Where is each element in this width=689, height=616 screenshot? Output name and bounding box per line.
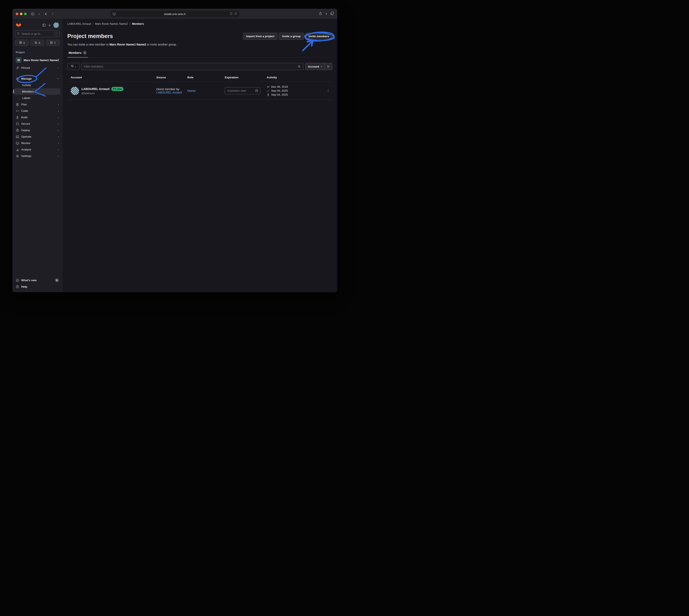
filter-history-dropdown[interactable]: ▼ xyxy=(67,63,80,70)
breadcrumb-separator: / xyxy=(93,22,93,25)
role-link[interactable]: Owner xyxy=(187,89,196,92)
page-settings-icon[interactable] xyxy=(112,12,116,16)
chevron-down-icon: › xyxy=(57,78,60,79)
todo-check-icon xyxy=(50,41,53,45)
last-activity-date: Sep 04, 2025 xyxy=(271,93,288,96)
sidebar-project-item[interactable]: M Mars Rover Name1 Name2 xyxy=(14,56,61,64)
collapse-sidebar-icon[interactable] xyxy=(41,22,47,28)
reload-icon[interactable] xyxy=(234,12,237,16)
invite-group-button[interactable]: Invite a group xyxy=(279,33,304,40)
member-since-date: Dec 09, 2019 xyxy=(271,85,288,88)
calendar-icon[interactable] xyxy=(253,89,260,92)
sidebar-item-manage[interactable]: Manage › xyxy=(14,75,61,82)
sidebar-item-secure[interactable]: Secure › xyxy=(14,120,61,127)
sidebar-item-monitor[interactable]: Monitor › xyxy=(14,140,61,146)
search-input[interactable]: Search or go to... / xyxy=(15,30,60,37)
breadcrumb-current: Members xyxy=(132,22,144,25)
deploy-icon xyxy=(16,129,19,132)
help-icon xyxy=(16,285,19,288)
share-icon[interactable] xyxy=(319,12,322,16)
close-window-button[interactable] xyxy=(16,13,18,15)
whats-new-icon xyxy=(16,279,19,282)
tab-overview-icon[interactable] xyxy=(330,12,334,16)
code-icon xyxy=(16,109,19,113)
gear-icon xyxy=(16,154,19,158)
sidebar-item-code[interactable]: Code › xyxy=(14,108,61,114)
sidebar-item-build[interactable]: Build › xyxy=(14,114,61,120)
sidebar-toggle-icon[interactable] xyxy=(30,11,35,17)
zoom-window-button[interactable] xyxy=(24,13,27,15)
help-item[interactable]: Help xyxy=(14,284,61,290)
user-avatar[interactable] xyxy=(53,22,59,28)
expiration-date-input[interactable] xyxy=(225,89,253,92)
sidebar-item-label: Manage xyxy=(21,77,31,80)
gitlab-logo[interactable] xyxy=(16,22,21,28)
sidebar-item-pinned[interactable]: Pinned › xyxy=(14,65,61,71)
todos-count-button[interactable]: 7 xyxy=(46,40,60,46)
chevron-right-icon: › xyxy=(58,66,59,69)
breadcrumb-group[interactable]: LABOUREL Arnaud xyxy=(67,22,91,25)
user-added-icon xyxy=(267,85,270,88)
sidebar-item-activity[interactable]: Activity xyxy=(14,82,61,88)
sidebar-section-label: Project xyxy=(16,51,59,54)
sidebar-item-label: Plan xyxy=(21,103,27,106)
tab-members[interactable]: Members 1 xyxy=(67,51,88,57)
filter-members-input[interactable] xyxy=(81,65,295,68)
history-icon xyxy=(71,65,74,69)
new-tab-icon[interactable]: + xyxy=(325,12,327,16)
issues-count-button[interactable]: 3 xyxy=(15,40,29,46)
url-text: etulab.univ-amu.fr xyxy=(164,13,186,16)
sidebar-item-label: Secure xyxy=(21,122,30,125)
shield-icon xyxy=(16,122,19,126)
slash-shortcut-key: / xyxy=(54,32,58,36)
sidebar-item-label: Analyze xyxy=(21,148,31,151)
forward-button[interactable] xyxy=(50,11,55,17)
invite-members-button[interactable]: Invite members xyxy=(305,33,332,40)
back-button[interactable] xyxy=(43,11,49,17)
source-link[interactable]: LABOUREL Arnaud xyxy=(156,91,182,94)
window-controls xyxy=(16,13,27,15)
sidebar-item-labels[interactable]: Labels xyxy=(14,95,61,101)
sort-direction-button[interactable] xyxy=(325,63,332,70)
whats-new-item[interactable]: What's new 5 xyxy=(14,277,61,284)
chevron-right-icon: › xyxy=(58,103,59,106)
chevron-right-icon: › xyxy=(58,122,59,125)
chevron-right-icon: › xyxy=(58,135,59,138)
merge-requests-count-button[interactable]: 5 xyxy=(30,40,44,46)
users-icon xyxy=(16,77,19,81)
privacy-shield-icon[interactable] xyxy=(230,12,233,16)
whats-new-badge: 5 xyxy=(55,278,59,282)
table-row: LABOUREL Arnaud It's you @alaboure Direc… xyxy=(67,82,332,100)
account-sort-dropdown[interactable]: Account ▼ xyxy=(305,63,325,70)
sidebar-item-operate[interactable]: Operate › xyxy=(14,133,61,140)
chevron-down-icon[interactable] xyxy=(37,11,42,17)
activity-cell: Dec 09, 2019 Sep 04, 2025 Sep 04, 2025 xyxy=(263,85,323,96)
address-bar[interactable]: etulab.univ-amu.fr xyxy=(110,10,239,17)
issues-count: 3 xyxy=(23,41,25,44)
sidebar-item-analyze[interactable]: Analyze › xyxy=(14,146,61,153)
sidebar-item-label: Code xyxy=(21,109,28,112)
filter-input-wrap xyxy=(81,63,304,70)
sidebar-item-plan[interactable]: Plan › xyxy=(14,101,61,108)
create-new-icon[interactable] xyxy=(47,22,52,28)
minimize-window-button[interactable] xyxy=(20,13,22,15)
breadcrumb-project[interactable]: Mars Rover Name1 Name2 xyxy=(95,22,128,25)
row-actions-menu[interactable]: ⋮ xyxy=(323,88,330,94)
active-indicator xyxy=(13,90,14,93)
sidebar-item-label: Settings xyxy=(21,154,31,157)
merge-requests-count: 5 xyxy=(39,41,40,44)
sidebar-item-label: Monitor xyxy=(21,141,30,145)
sidebar-item-members[interactable]: Members xyxy=(14,88,61,95)
search-icon[interactable] xyxy=(295,63,303,70)
members-table: Account Source Role Expiration Activity … xyxy=(67,76,332,100)
member-avatar[interactable] xyxy=(71,87,79,95)
col-role: Role xyxy=(184,76,221,79)
sidebar-item-label: Build xyxy=(21,116,27,119)
import-from-project-button[interactable]: Import from a project xyxy=(243,33,278,40)
sidebar-item-settings[interactable]: Settings › xyxy=(14,153,61,159)
member-name[interactable]: LABOUREL Arnaud xyxy=(82,87,110,91)
its-you-badge: It's you xyxy=(111,87,124,91)
members-count-badge: 1 xyxy=(83,51,87,54)
sidebar-item-deploy[interactable]: Deploy › xyxy=(14,127,61,133)
issues-icon xyxy=(19,41,22,45)
